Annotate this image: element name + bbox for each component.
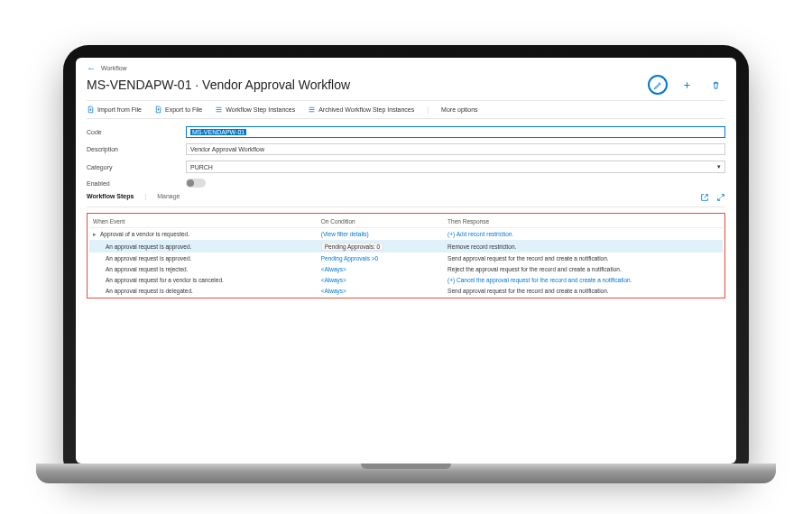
laptop-base bbox=[36, 464, 776, 483]
cell-condition[interactable]: (View filter details) bbox=[318, 228, 444, 241]
workflow-steps-table: When Event On Condition Then Response ▸A… bbox=[89, 216, 723, 296]
cell-condition[interactable]: <Always> bbox=[318, 263, 444, 274]
col-header-event[interactable]: When Event bbox=[89, 216, 318, 228]
archived-instances-button[interactable]: Archived Workflow Step Instances bbox=[308, 106, 414, 114]
expand-row-icon[interactable]: ▸ bbox=[93, 231, 100, 237]
workflow-steps-table-wrapper: When Event On Condition Then Response ▸A… bbox=[87, 213, 725, 298]
cell-response[interactable]: Send approval request for the record and… bbox=[444, 285, 723, 296]
cell-response[interactable]: Reject the approval request for the reco… bbox=[444, 263, 723, 274]
cell-event: An approval request for a vendor is canc… bbox=[89, 274, 318, 285]
edit-button[interactable] bbox=[648, 75, 668, 95]
pencil-icon bbox=[653, 80, 663, 90]
table-row[interactable]: An approval request for a vendor is canc… bbox=[89, 274, 723, 285]
cell-event: An approval request is rejected. bbox=[89, 263, 318, 274]
category-select[interactable]: PURCH ▾ bbox=[186, 161, 725, 173]
table-row[interactable]: An approval request is delegated.<Always… bbox=[89, 285, 723, 296]
export-icon bbox=[154, 106, 162, 114]
toolbar-separator: | bbox=[427, 106, 429, 113]
cell-event: An approval request is approved. bbox=[89, 240, 318, 252]
delete-button[interactable] bbox=[706, 75, 725, 95]
laptop-frame: ← Workflow MS-VENDAPW-01 · Vendor Approv… bbox=[63, 45, 749, 469]
app-screen: ← Workflow MS-VENDAPW-01 · Vendor Approv… bbox=[76, 58, 736, 464]
table-row[interactable]: An approval request is approved.Pending … bbox=[89, 240, 723, 252]
export-to-file-button[interactable]: Export to File bbox=[154, 106, 202, 114]
enabled-label: Enabled bbox=[87, 180, 186, 187]
chevron-down-icon: ▾ bbox=[717, 163, 721, 170]
tab-manage[interactable]: Manage bbox=[157, 193, 180, 203]
cell-condition[interactable]: <Always> bbox=[318, 285, 444, 296]
cell-event: An approval request is approved. bbox=[89, 252, 318, 263]
table-row[interactable]: ▸Approval of a vendor is requested.(View… bbox=[89, 228, 723, 241]
action-toolbar: Import from File Export to File Workflow… bbox=[87, 100, 725, 119]
workflow-step-instances-button[interactable]: Workflow Step Instances bbox=[215, 106, 295, 114]
cell-event: An approval request is delegated. bbox=[89, 285, 318, 296]
description-input[interactable]: Vendor Approval Workflow bbox=[186, 143, 725, 155]
cell-condition[interactable]: Pending Approvals >0 bbox=[318, 252, 444, 263]
archive-icon bbox=[308, 106, 316, 114]
plus-icon bbox=[682, 80, 692, 90]
col-header-condition[interactable]: On Condition bbox=[318, 216, 444, 228]
expand-icon[interactable] bbox=[716, 193, 725, 203]
tab-workflow-steps[interactable]: Workflow Steps bbox=[87, 193, 134, 203]
table-row[interactable]: An approval request is rejected.<Always>… bbox=[89, 263, 723, 274]
enabled-toggle[interactable] bbox=[186, 179, 206, 188]
code-label: Code bbox=[87, 129, 186, 135]
more-options-button[interactable]: More options bbox=[441, 106, 477, 113]
new-button[interactable] bbox=[677, 75, 697, 95]
cell-response[interactable]: Send approval request for the record and… bbox=[444, 252, 723, 263]
breadcrumb: Workflow bbox=[101, 65, 127, 71]
category-label: Category bbox=[87, 164, 186, 170]
col-header-response[interactable]: Then Response bbox=[444, 216, 723, 228]
page-title: MS-VENDAPW-01 · Vendor Approval Workflow bbox=[87, 78, 350, 92]
cell-condition[interactable]: Pending Approvals: 0 bbox=[318, 240, 444, 252]
cell-condition[interactable]: <Always> bbox=[318, 274, 444, 285]
code-input[interactable]: MS-VENDAPW-01 bbox=[186, 126, 725, 138]
cell-response[interactable]: (+) Add record restriction. bbox=[444, 228, 723, 241]
cell-response[interactable]: Remove record restriction. bbox=[444, 240, 723, 252]
import-icon bbox=[87, 106, 95, 114]
share-icon[interactable] bbox=[700, 193, 709, 203]
cell-event: ▸Approval of a vendor is requested. bbox=[89, 228, 318, 241]
cell-response[interactable]: (+) Cancel the approval request for the … bbox=[444, 274, 723, 285]
trash-icon bbox=[711, 80, 721, 90]
list-icon bbox=[215, 106, 223, 114]
back-arrow-icon[interactable]: ← bbox=[87, 63, 96, 73]
table-row[interactable]: An approval request is approved.Pending … bbox=[89, 252, 723, 263]
import-from-file-button[interactable]: Import from File bbox=[87, 106, 142, 114]
description-label: Description bbox=[87, 146, 186, 152]
